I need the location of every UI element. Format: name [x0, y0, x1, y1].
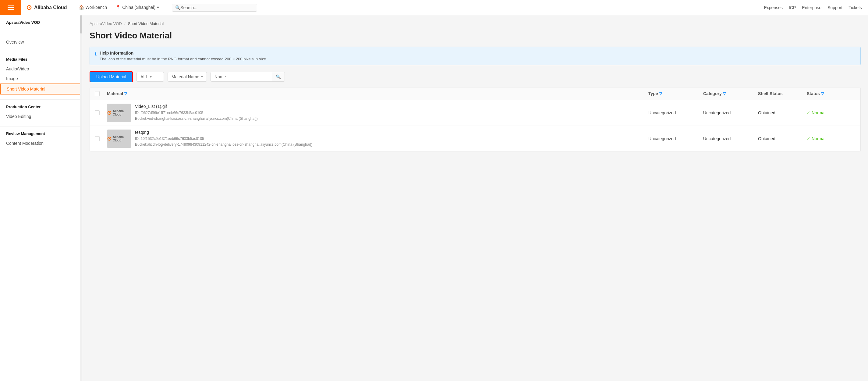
main-content: ApsaraVideo VOD / Short Video Material S… [82, 15, 868, 381]
category-column-header: Category ▽ [703, 91, 758, 96]
shelf-status-column-label: Shelf Status [758, 91, 783, 96]
material-name-arrow-icon: ▾ [201, 75, 203, 79]
main-layout: ApsaraVideo VOD Overview Media Files Aud… [0, 15, 868, 381]
shelf-status-column-header: Shelf Status [758, 91, 807, 96]
sidebar-app-section: ApsaraVideo VOD [0, 15, 82, 32]
category-filter-icon[interactable]: ▽ [723, 91, 726, 96]
sidebar-item-content-moderation[interactable]: Content Moderation [0, 138, 82, 148]
row-1-status-label: Normal [812, 110, 825, 115]
material-name-filter-label: Material Name [172, 75, 199, 79]
tickets-link[interactable]: Tickets [848, 5, 862, 10]
region-link[interactable]: 📍 China (Shanghai) ▾ [111, 0, 163, 15]
search-area: 🔍 [166, 4, 758, 11]
expenses-link[interactable]: Expenses [764, 5, 782, 10]
search-input-area: 🔍 [211, 72, 285, 82]
scrollbar-thumb[interactable] [80, 15, 82, 33]
row-1-type: Uncategorized [648, 110, 703, 115]
row-2-thumbnail: ⊙ Alibaba Cloud [107, 129, 131, 148]
sidebar: ApsaraVideo VOD Overview Media Files Aud… [0, 15, 82, 381]
info-box-title: Help Information [100, 51, 267, 56]
status-column-label: Status [807, 91, 820, 96]
row-1-checkbox[interactable] [95, 110, 107, 115]
breadcrumb-current: Short Video Material [128, 21, 164, 26]
row-1-thumb-logo: ⊙ Alibaba Cloud [107, 110, 131, 116]
row-1-category: Uncategorized [703, 110, 758, 115]
info-box-text: The icon of the material must be in the … [100, 57, 267, 61]
search-box: 🔍 [172, 4, 257, 11]
nav-links: 🏠 Workbench 📍 China (Shanghai) ▾ [72, 0, 166, 15]
sidebar-item-audio-video[interactable]: Audio/Video [0, 64, 82, 74]
all-filter-label: ALL [141, 75, 148, 79]
breadcrumb-parent[interactable]: ApsaraVideo VOD [90, 21, 122, 26]
row-1-material-info: Video_List (1).gif ID: f0627df99e1571eeb… [135, 104, 258, 122]
table-row: ⊙ Alibaba Cloud testpng ID: 10f1532c9e13… [90, 126, 860, 151]
sidebar-item-image-label: Image [6, 76, 18, 81]
home-icon: 🏠 [79, 5, 84, 10]
row-1-file-id: ID: f0627df99e1571eeb66c7633b5ac0105 [135, 110, 258, 116]
sidebar-item-overview[interactable]: Overview [0, 37, 82, 47]
sidebar-item-short-video-label: Short Video Material [7, 87, 45, 91]
row-2-material-cell: ⊙ Alibaba Cloud testpng ID: 10f1532c9e13… [107, 129, 648, 148]
material-column-header: Material ▽ [107, 91, 648, 96]
row-1-material-cell: ⊙ Alibaba Cloud Video_List (1).gif ID: f… [107, 104, 648, 122]
row-1-shelf-status: Obtained [758, 110, 807, 115]
sidebar-collapse-button[interactable]: ‹ [82, 192, 82, 204]
sidebar-item-short-video-material[interactable]: Short Video Material [0, 84, 82, 94]
table-row: ⊙ Alibaba Cloud Video_List (1).gif ID: f… [90, 100, 860, 126]
material-column-label: Material [107, 91, 123, 96]
logo-text: Alibaba Cloud [34, 5, 67, 10]
sidebar-item-audio-video-label: Audio/Video [6, 66, 29, 71]
hamburger-icon [8, 5, 14, 10]
sidebar-item-content-moderation-label: Content Moderation [6, 141, 43, 146]
status-filter-icon[interactable]: ▽ [821, 91, 824, 96]
material-table: Material ▽ Type ▽ Category ▽ Shelf Statu… [90, 87, 861, 152]
row-2-checkbox[interactable] [95, 136, 107, 141]
row-1-bucket: Bucket:vod-shanghai-kasi.oss-cn-shanghai… [135, 116, 258, 122]
type-column-label: Type [648, 91, 658, 96]
row-1-status-check-icon: ✓ [807, 110, 810, 115]
alibaba-logo-icon: ⊙ [26, 4, 32, 11]
sidebar-media-section: Media Files Audio/Video Image Short Vide… [0, 52, 82, 100]
sidebar-item-video-editing-label: Video Editing [6, 114, 31, 119]
status-column-header: Status ▽ [807, 91, 856, 96]
icp-link[interactable]: ICP [789, 5, 796, 10]
type-filter-icon[interactable]: ▽ [659, 91, 662, 96]
material-filter-icon[interactable]: ▽ [124, 91, 127, 96]
all-filter-dropdown[interactable]: ALL ▾ [136, 72, 164, 82]
search-button[interactable]: 🔍 [272, 72, 285, 81]
support-link[interactable]: Support [828, 5, 842, 10]
toolbar: Upload Material ALL ▾ Material Name ▾ 🔍 [90, 71, 861, 82]
all-filter-arrow-icon: ▾ [150, 75, 152, 79]
hamburger-button[interactable] [0, 0, 21, 15]
enterprise-link[interactable]: Enterprise [802, 5, 822, 10]
row-2-status: ✓ Normal [807, 136, 856, 141]
sidebar-item-video-editing[interactable]: Video Editing [0, 112, 82, 121]
search-icon: 🔍 [175, 5, 180, 10]
row-1-thumb-placeholder: ⊙ Alibaba Cloud [107, 104, 131, 122]
row-2-bucket: Bucket:alicdn-log-delivery-1748098430911… [135, 142, 312, 148]
sidebar-app-title: ApsaraVideo VOD [0, 20, 82, 27]
top-right-links: Expenses ICP Enterprise Support Tickets [758, 5, 868, 10]
region-label: China (Shanghai) [122, 5, 155, 10]
row-2-name: testpng [135, 130, 312, 135]
top-navigation: ⊙ Alibaba Cloud 🏠 Workbench 📍 China (Sha… [0, 0, 868, 15]
sidebar-production-title: Production Center [0, 105, 82, 112]
workbench-link[interactable]: 🏠 Workbench [75, 0, 112, 15]
material-name-filter-dropdown[interactable]: Material Name ▾ [167, 72, 207, 82]
row-2-shelf-status: Obtained [758, 136, 807, 141]
sidebar-item-overview-label: Overview [6, 40, 24, 45]
row-2-status-label: Normal [812, 136, 825, 141]
sidebar-review-title: Review Management [0, 131, 82, 138]
sidebar-overview-section: Overview [0, 32, 82, 52]
row-1-thumbnail: ⊙ Alibaba Cloud [107, 104, 131, 122]
row-2-material-info: testpng ID: 10f1532c9e1371eeb66c7633b5ac… [135, 130, 312, 148]
select-all-checkbox[interactable] [95, 91, 107, 96]
material-search-input[interactable] [211, 72, 272, 81]
sidebar-item-image[interactable]: Image [0, 74, 82, 84]
location-icon: 📍 [116, 5, 121, 10]
search-input[interactable] [180, 5, 254, 10]
region-arrow-icon: ▾ [157, 5, 159, 10]
info-icon: ℹ [95, 51, 97, 57]
upload-material-button[interactable]: Upload Material [90, 71, 133, 82]
sidebar-production-section: Production Center Video Editing [0, 100, 82, 126]
